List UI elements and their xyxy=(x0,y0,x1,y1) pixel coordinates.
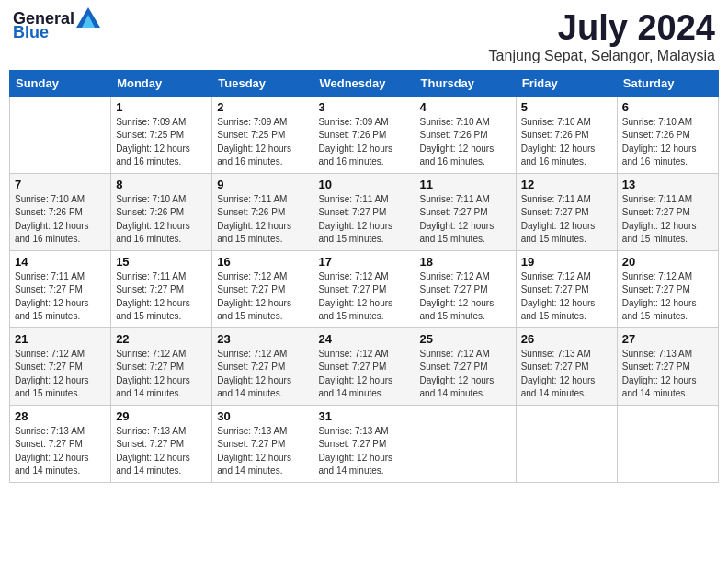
day-info: Sunrise: 7:10 AMSunset: 7:26 PMDaylight:… xyxy=(622,116,713,169)
logo-blue: Blue xyxy=(13,24,100,40)
day-info: Sunrise: 7:13 AMSunset: 7:27 PMDaylight:… xyxy=(521,348,612,401)
calendar-cell: 2Sunrise: 7:09 AMSunset: 7:25 PMDaylight… xyxy=(212,96,313,173)
day-number: 4 xyxy=(420,100,511,114)
day-number: 20 xyxy=(622,255,713,269)
header-saturday: Saturday xyxy=(617,70,718,96)
day-number: 29 xyxy=(116,409,207,423)
day-info: Sunrise: 7:10 AMSunset: 7:26 PMDaylight:… xyxy=(420,116,511,169)
day-number: 12 xyxy=(521,178,612,191)
calendar-cell: 22Sunrise: 7:12 AMSunset: 7:27 PMDayligh… xyxy=(111,327,212,405)
day-info: Sunrise: 7:12 AMSunset: 7:27 PMDaylight:… xyxy=(217,270,308,324)
calendar-table: SundayMondayTuesdayWednesdayThursdayFrid… xyxy=(9,70,719,483)
calendar-cell: 1Sunrise: 7:09 AMSunset: 7:25 PMDaylight… xyxy=(111,96,212,173)
day-info: Sunrise: 7:11 AMSunset: 7:27 PMDaylight:… xyxy=(15,270,106,324)
calendar-cell: 17Sunrise: 7:12 AMSunset: 7:27 PMDayligh… xyxy=(313,250,415,327)
day-number: 6 xyxy=(622,100,713,114)
calendar-cell: 19Sunrise: 7:12 AMSunset: 7:27 PMDayligh… xyxy=(516,250,617,327)
title-section: July 2024 Tanjung Sepat, Selangor, Malay… xyxy=(489,9,715,64)
calendar-week-2: 7Sunrise: 7:10 AMSunset: 7:26 PMDaylight… xyxy=(10,173,719,250)
day-number: 18 xyxy=(420,255,511,269)
day-info: Sunrise: 7:13 AMSunset: 7:27 PMDaylight:… xyxy=(15,425,106,478)
day-info: Sunrise: 7:10 AMSunset: 7:26 PMDaylight:… xyxy=(521,116,612,169)
day-info: Sunrise: 7:12 AMSunset: 7:27 PMDaylight:… xyxy=(318,348,409,401)
day-info: Sunrise: 7:11 AMSunset: 7:27 PMDaylight:… xyxy=(318,193,409,247)
day-number: 14 xyxy=(15,255,106,269)
day-info: Sunrise: 7:12 AMSunset: 7:27 PMDaylight:… xyxy=(420,270,511,324)
day-info: Sunrise: 7:13 AMSunset: 7:27 PMDaylight:… xyxy=(318,425,409,478)
calendar-cell: 31Sunrise: 7:13 AMSunset: 7:27 PMDayligh… xyxy=(313,405,415,482)
day-number: 30 xyxy=(217,409,308,423)
day-number: 11 xyxy=(420,178,511,191)
header-thursday: Thursday xyxy=(415,70,516,96)
calendar-cell: 28Sunrise: 7:13 AMSunset: 7:27 PMDayligh… xyxy=(10,405,111,482)
day-info: Sunrise: 7:12 AMSunset: 7:27 PMDaylight:… xyxy=(217,348,308,401)
day-info: Sunrise: 7:13 AMSunset: 7:27 PMDaylight:… xyxy=(217,425,308,478)
day-number: 25 xyxy=(420,332,511,346)
day-number: 7 xyxy=(15,178,106,191)
calendar-cell: 16Sunrise: 7:12 AMSunset: 7:27 PMDayligh… xyxy=(212,250,313,327)
calendar-header-row: SundayMondayTuesdayWednesdayThursdayFrid… xyxy=(10,70,719,96)
calendar-cell: 27Sunrise: 7:13 AMSunset: 7:27 PMDayligh… xyxy=(617,327,718,405)
calendar-cell: 24Sunrise: 7:12 AMSunset: 7:27 PMDayligh… xyxy=(313,327,415,405)
day-number: 28 xyxy=(15,409,106,423)
day-number: 23 xyxy=(217,332,308,346)
location-title: Tanjung Sepat, Selangor, Malaysia xyxy=(489,48,715,64)
day-number: 13 xyxy=(622,178,713,191)
day-info: Sunrise: 7:11 AMSunset: 7:27 PMDaylight:… xyxy=(420,193,511,247)
day-info: Sunrise: 7:10 AMSunset: 7:26 PMDaylight:… xyxy=(116,193,207,247)
day-number: 9 xyxy=(217,178,308,191)
day-info: Sunrise: 7:09 AMSunset: 7:25 PMDaylight:… xyxy=(116,116,207,169)
day-info: Sunrise: 7:10 AMSunset: 7:26 PMDaylight:… xyxy=(15,193,106,247)
calendar-cell: 15Sunrise: 7:11 AMSunset: 7:27 PMDayligh… xyxy=(111,250,212,327)
calendar-cell: 29Sunrise: 7:13 AMSunset: 7:27 PMDayligh… xyxy=(111,405,212,482)
day-number: 22 xyxy=(116,332,207,346)
calendar-cell xyxy=(10,96,111,173)
day-number: 26 xyxy=(521,332,612,346)
calendar-cell: 21Sunrise: 7:12 AMSunset: 7:27 PMDayligh… xyxy=(10,327,111,405)
day-number: 15 xyxy=(116,255,207,269)
calendar-cell: 8Sunrise: 7:10 AMSunset: 7:26 PMDaylight… xyxy=(111,173,212,250)
day-number: 1 xyxy=(116,100,207,114)
logo: General Blue xyxy=(13,9,100,40)
day-number: 16 xyxy=(217,255,308,269)
day-info: Sunrise: 7:12 AMSunset: 7:27 PMDaylight:… xyxy=(318,270,409,324)
page-header: General Blue July 2024 Tanjung Sepat, Se… xyxy=(9,9,719,64)
calendar-cell: 4Sunrise: 7:10 AMSunset: 7:26 PMDaylight… xyxy=(415,96,516,173)
calendar-week-1: 1Sunrise: 7:09 AMSunset: 7:25 PMDaylight… xyxy=(10,96,719,173)
header-wednesday: Wednesday xyxy=(313,70,415,96)
day-info: Sunrise: 7:11 AMSunset: 7:27 PMDaylight:… xyxy=(116,270,207,324)
day-number: 21 xyxy=(15,332,106,346)
header-tuesday: Tuesday xyxy=(212,70,313,96)
calendar-cell: 14Sunrise: 7:11 AMSunset: 7:27 PMDayligh… xyxy=(10,250,111,327)
calendar-week-3: 14Sunrise: 7:11 AMSunset: 7:27 PMDayligh… xyxy=(10,250,719,327)
day-number: 5 xyxy=(521,100,612,114)
calendar-cell: 20Sunrise: 7:12 AMSunset: 7:27 PMDayligh… xyxy=(617,250,718,327)
day-info: Sunrise: 7:11 AMSunset: 7:26 PMDaylight:… xyxy=(217,193,308,247)
header-friday: Friday xyxy=(516,70,617,96)
day-info: Sunrise: 7:11 AMSunset: 7:27 PMDaylight:… xyxy=(622,193,713,247)
calendar-cell: 10Sunrise: 7:11 AMSunset: 7:27 PMDayligh… xyxy=(313,173,415,250)
day-number: 3 xyxy=(318,100,409,114)
day-info: Sunrise: 7:09 AMSunset: 7:25 PMDaylight:… xyxy=(217,116,308,169)
calendar-cell xyxy=(415,405,516,482)
calendar-cell: 30Sunrise: 7:13 AMSunset: 7:27 PMDayligh… xyxy=(212,405,313,482)
month-title: July 2024 xyxy=(489,9,715,48)
calendar-cell: 26Sunrise: 7:13 AMSunset: 7:27 PMDayligh… xyxy=(516,327,617,405)
calendar-cell xyxy=(516,405,617,482)
day-number: 10 xyxy=(318,178,409,191)
calendar-cell: 9Sunrise: 7:11 AMSunset: 7:26 PMDaylight… xyxy=(212,173,313,250)
calendar-cell: 5Sunrise: 7:10 AMSunset: 7:26 PMDaylight… xyxy=(516,96,617,173)
day-info: Sunrise: 7:12 AMSunset: 7:27 PMDaylight:… xyxy=(15,348,106,401)
day-number: 17 xyxy=(318,255,409,269)
calendar-cell: 18Sunrise: 7:12 AMSunset: 7:27 PMDayligh… xyxy=(415,250,516,327)
calendar-week-5: 28Sunrise: 7:13 AMSunset: 7:27 PMDayligh… xyxy=(10,405,719,482)
header-sunday: Sunday xyxy=(10,70,111,96)
day-info: Sunrise: 7:09 AMSunset: 7:26 PMDaylight:… xyxy=(318,116,409,169)
calendar-cell: 12Sunrise: 7:11 AMSunset: 7:27 PMDayligh… xyxy=(516,173,617,250)
day-info: Sunrise: 7:12 AMSunset: 7:27 PMDaylight:… xyxy=(420,348,511,401)
day-info: Sunrise: 7:13 AMSunset: 7:27 PMDaylight:… xyxy=(622,348,713,401)
day-info: Sunrise: 7:12 AMSunset: 7:27 PMDaylight:… xyxy=(521,270,612,324)
calendar-cell: 11Sunrise: 7:11 AMSunset: 7:27 PMDayligh… xyxy=(415,173,516,250)
day-number: 27 xyxy=(622,332,713,346)
calendar-cell: 23Sunrise: 7:12 AMSunset: 7:27 PMDayligh… xyxy=(212,327,313,405)
